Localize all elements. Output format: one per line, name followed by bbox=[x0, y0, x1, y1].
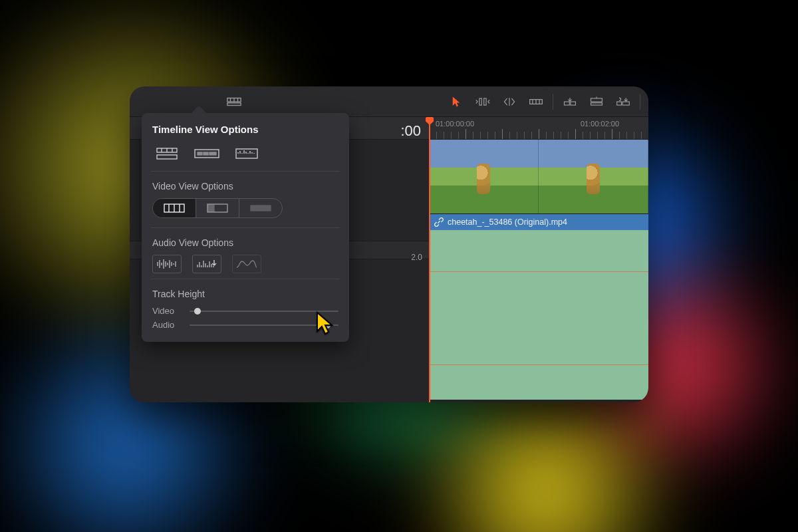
svg-rect-5 bbox=[479, 98, 481, 104]
toolbar-separator bbox=[640, 94, 640, 110]
clip-thumbnail bbox=[429, 140, 539, 213]
audio-slider-label: Audio bbox=[152, 320, 182, 330]
track-header-column: :00 2.0 Timeline View Options bbox=[130, 117, 429, 402]
video-height-slider[interactable] bbox=[190, 307, 338, 316]
timeline-options-icon bbox=[227, 96, 241, 108]
subtitle-tracks-option[interactable] bbox=[192, 144, 221, 163]
audio-waveforms-icon bbox=[235, 147, 258, 160]
video-view-plain[interactable] bbox=[239, 199, 282, 217]
ruler-label-0: 01:00:00:00 bbox=[436, 120, 474, 128]
filmstrip-icon bbox=[164, 203, 185, 213]
full-waveform-icon bbox=[156, 258, 178, 270]
audio-view-bounded-waveform[interactable] bbox=[192, 255, 221, 273]
audio-track-clip[interactable] bbox=[429, 230, 648, 400]
replace-icon bbox=[563, 96, 577, 108]
audio-height-slider-row: Audio bbox=[152, 320, 338, 330]
svg-rect-24 bbox=[198, 152, 202, 155]
video-height-slider-row: Video bbox=[152, 306, 338, 316]
selection-tool-button[interactable] bbox=[446, 93, 466, 110]
blade-tool-button[interactable] bbox=[526, 93, 546, 110]
svg-rect-19 bbox=[157, 155, 177, 159]
popover-title: Timeline View Options bbox=[152, 124, 338, 135]
thumbnail-icon bbox=[207, 203, 228, 213]
dynamic-trim-button[interactable] bbox=[499, 93, 519, 110]
playhead[interactable] bbox=[429, 117, 430, 402]
timeline-ruler[interactable]: 01:00:00:00 01:00:02:00 bbox=[429, 117, 648, 140]
overwrite-icon bbox=[529, 96, 543, 108]
timeline-view-options-popover: Timeline View Options Video View Options bbox=[142, 113, 349, 342]
svg-rect-6 bbox=[484, 98, 486, 104]
video-view-segmented bbox=[152, 198, 283, 218]
video-view-thumbnail[interactable] bbox=[196, 199, 239, 217]
waveform-bounded-icon bbox=[196, 258, 218, 270]
overwrite-clip-button[interactable] bbox=[587, 93, 606, 110]
ripple-overwrite-icon bbox=[616, 96, 630, 108]
audio-level-line bbox=[429, 271, 648, 272]
video-view-filmstrip[interactable] bbox=[153, 199, 196, 217]
video-track-clip[interactable] bbox=[429, 140, 648, 214]
pointer-icon bbox=[449, 96, 464, 108]
stacked-timelines-icon bbox=[156, 147, 178, 160]
svg-rect-34 bbox=[251, 205, 271, 211]
audio-height-slider[interactable] bbox=[190, 321, 338, 330]
svg-rect-15 bbox=[591, 102, 602, 104]
clip-filename: cheetah_-_53486 (Original).mp4 bbox=[448, 217, 567, 227]
stacked-timelines-option[interactable] bbox=[152, 144, 182, 163]
timeline-view-options-button[interactable] bbox=[224, 93, 244, 110]
svg-rect-25 bbox=[203, 152, 208, 155]
svg-rect-13 bbox=[571, 102, 576, 105]
svg-rect-17 bbox=[622, 102, 629, 105]
svg-rect-33 bbox=[208, 205, 214, 211]
blade-icon bbox=[475, 96, 490, 108]
timeline-tracks: cheetah_-_53486 (Original).mp4 bbox=[429, 140, 648, 400]
track-height-label: Track Height bbox=[152, 289, 338, 299]
replace-clip-button[interactable] bbox=[613, 93, 633, 110]
svg-rect-16 bbox=[617, 102, 622, 105]
audio-waveforms-option[interactable] bbox=[232, 144, 261, 163]
audio-level-line bbox=[429, 364, 648, 365]
editor-window: :00 2.0 Timeline View Options bbox=[130, 86, 648, 402]
insert-icon bbox=[502, 96, 517, 108]
svg-rect-1 bbox=[227, 102, 241, 105]
audio-view-options-label: Audio View Options bbox=[152, 237, 338, 248]
timecode-display: :00 bbox=[400, 122, 421, 140]
clip-label-bar[interactable]: cheetah_-_53486 (Original).mp4 bbox=[429, 214, 648, 230]
plain-icon bbox=[250, 203, 271, 213]
audio-view-outline-waveform[interactable] bbox=[232, 255, 261, 273]
insert-clip-button[interactable] bbox=[560, 93, 580, 110]
gain-value: 2.0 bbox=[411, 253, 422, 262]
timeline-area[interactable]: 01:00:00:00 01:00:02:00 cheetah_-_53486 … bbox=[429, 117, 648, 402]
trim-tool-button[interactable] bbox=[473, 93, 493, 110]
waveform-outline-icon bbox=[235, 258, 258, 270]
video-view-options-label: Video View Options bbox=[152, 181, 338, 192]
ruler-label-1: 01:00:02:00 bbox=[581, 120, 619, 128]
timeline-view-mode-row bbox=[152, 144, 338, 163]
clip-thumbnail bbox=[539, 140, 648, 213]
svg-rect-14 bbox=[591, 98, 602, 101]
video-slider-label: Video bbox=[152, 306, 182, 316]
audio-view-full-waveform[interactable] bbox=[152, 255, 182, 273]
link-icon bbox=[434, 217, 444, 227]
svg-rect-12 bbox=[565, 102, 570, 105]
fit-to-fill-icon bbox=[589, 96, 604, 108]
audio-view-row bbox=[152, 255, 338, 273]
svg-rect-26 bbox=[209, 152, 216, 155]
toolbar-separator bbox=[553, 94, 553, 110]
subtitle-tracks-icon bbox=[194, 147, 219, 160]
